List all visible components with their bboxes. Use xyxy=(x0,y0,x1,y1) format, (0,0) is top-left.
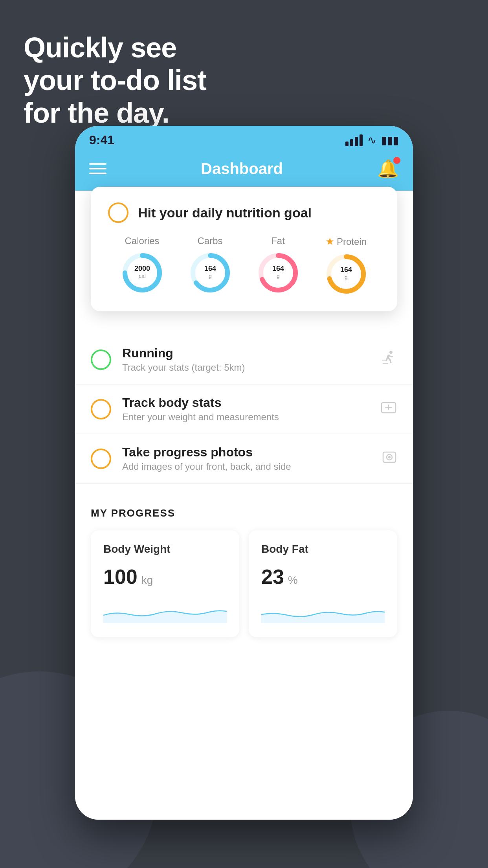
wifi-icon: ∿ xyxy=(367,134,376,147)
todo-desc-photos: Add images of your front, back, and side xyxy=(122,461,371,472)
nutrition-card: Hit your daily nutrition goal Calories 2… xyxy=(91,187,397,311)
status-bar: 9:41 ∿ ▮▮▮ xyxy=(75,126,413,151)
todo-text-photos: Take progress photos Add images of your … xyxy=(122,445,371,472)
metric-fat-chart: 164 g xyxy=(257,251,300,294)
metric-protein: ★ Protein 164 g xyxy=(325,235,368,296)
progress-card-fat: Body Fat 23 % xyxy=(249,530,397,637)
metric-protein-chart: 164 g xyxy=(325,252,368,296)
progress-fat-value-row: 23 % xyxy=(261,565,385,588)
svg-text:cal: cal xyxy=(139,273,146,279)
metric-calories-label: Calories xyxy=(125,235,159,246)
metric-fat: Fat 164 g xyxy=(257,235,300,294)
todo-name-running: Running xyxy=(122,346,369,360)
nutrition-card-header: Hit your daily nutrition goal xyxy=(108,202,380,223)
todo-circle-body-stats xyxy=(91,399,111,419)
star-icon: ★ xyxy=(325,235,334,248)
todo-desc-running: Track your stats (target: 5km) xyxy=(122,362,369,373)
status-time: 9:41 xyxy=(89,133,114,147)
svg-text:2000: 2000 xyxy=(134,265,150,272)
notification-button[interactable]: 🔔 xyxy=(377,158,399,179)
progress-section: MY PROGRESS Body Weight 100 kg Body Fat xyxy=(75,491,413,653)
page-title: Dashboard xyxy=(201,160,283,178)
svg-text:164: 164 xyxy=(340,266,352,274)
progress-weight-value-row: 100 kg xyxy=(103,565,227,588)
progress-weight-value: 100 xyxy=(103,565,138,588)
notification-badge xyxy=(393,157,400,164)
todo-text-body-stats: Track body stats Enter your weight and m… xyxy=(122,395,369,423)
todo-circle-photos xyxy=(91,449,111,469)
metric-calories-chart: 2000 cal xyxy=(121,251,164,294)
todo-item-body-stats[interactable]: Track body stats Enter your weight and m… xyxy=(75,384,413,434)
metric-carbs-label: Carbs xyxy=(197,235,222,246)
todo-text-running: Running Track your stats (target: 5km) xyxy=(122,346,369,373)
svg-text:g: g xyxy=(345,274,348,280)
running-icon xyxy=(380,351,397,368)
todo-desc-body-stats: Enter your weight and measurements xyxy=(122,412,369,423)
status-icons: ∿ ▮▮▮ xyxy=(345,134,399,147)
progress-weight-unit: kg xyxy=(141,574,153,587)
progress-card-weight: Body Weight 100 kg xyxy=(91,530,239,637)
svg-text:g: g xyxy=(277,273,280,279)
nutrition-card-title: Hit your daily nutrition goal xyxy=(138,205,312,221)
menu-button[interactable] xyxy=(89,163,106,174)
signal-icon xyxy=(345,134,363,146)
scale-icon xyxy=(380,399,397,419)
svg-text:164: 164 xyxy=(272,265,284,272)
progress-fat-title: Body Fat xyxy=(261,543,385,555)
todo-name-body-stats: Track body stats xyxy=(122,395,369,410)
photo-icon xyxy=(382,449,397,468)
metric-carbs-chart: 164 g xyxy=(189,251,232,294)
metric-fat-label: Fat xyxy=(271,235,285,246)
svg-text:164: 164 xyxy=(204,265,216,272)
fat-wave-chart xyxy=(261,600,385,623)
metric-protein-label: ★ Protein xyxy=(325,235,367,248)
app-header: Dashboard 🔔 xyxy=(75,151,413,191)
progress-cards: Body Weight 100 kg Body Fat 23 % xyxy=(91,530,397,637)
metric-calories: Calories 2000 cal xyxy=(121,235,164,294)
todo-item-running[interactable]: Running Track your stats (target: 5km) xyxy=(75,335,413,384)
progress-fat-value: 23 xyxy=(261,565,284,588)
battery-icon: ▮▮▮ xyxy=(381,134,399,147)
weight-wave-chart xyxy=(103,600,227,623)
phone-frame: 9:41 ∿ ▮▮▮ Dashboard 🔔 THINGS TO DO TODA… xyxy=(75,126,413,820)
todo-name-photos: Take progress photos xyxy=(122,445,371,460)
metric-carbs: Carbs 164 g xyxy=(189,235,232,294)
progress-fat-unit: % xyxy=(288,574,298,587)
progress-title: MY PROGRESS xyxy=(91,507,397,519)
progress-weight-title: Body Weight xyxy=(103,543,227,555)
nutrition-checkbox[interactable] xyxy=(108,202,128,223)
hero-text: Quickly see your to-do list for the day. xyxy=(24,31,206,129)
nutrition-metrics: Calories 2000 cal Carbs 164 g xyxy=(108,235,380,296)
svg-point-19 xyxy=(388,456,391,458)
todo-circle-running xyxy=(91,349,111,370)
phone-body: THINGS TO DO TODAY Hit your daily nutrit… xyxy=(75,191,413,820)
todo-item-photos[interactable]: Take progress photos Add images of your … xyxy=(75,434,413,484)
todo-list: Running Track your stats (target: 5km) T… xyxy=(75,335,413,484)
svg-text:g: g xyxy=(209,273,212,279)
